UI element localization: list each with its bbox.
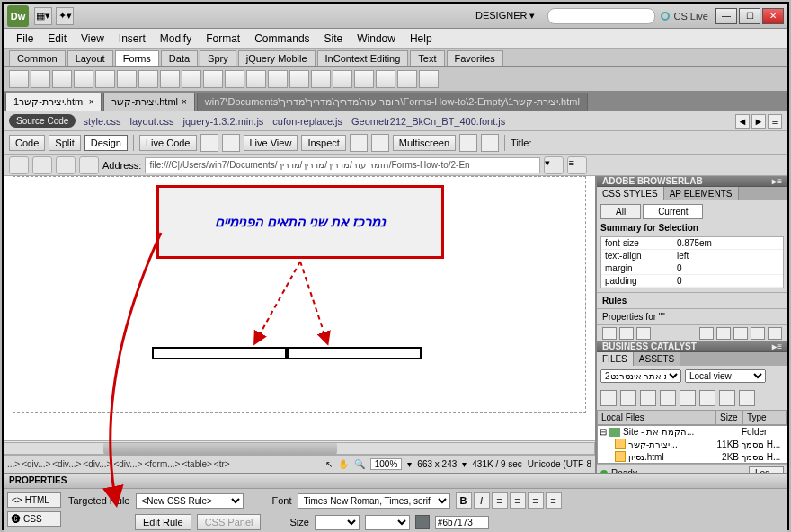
split-view-button[interactable]: Split [49, 135, 80, 151]
col-type[interactable]: Type [743, 411, 787, 424]
table-cell[interactable] [287, 347, 422, 359]
zoom-icon[interactable]: 🔍 [354, 459, 365, 469]
insert-tool-icon[interactable] [246, 70, 266, 88]
next-icon[interactable]: ► [751, 114, 766, 129]
bold-button[interactable]: B [456, 492, 472, 509]
insert-tab-incontext-editing[interactable]: InContext Editing [317, 50, 409, 66]
insert-tool-icon[interactable] [52, 70, 72, 88]
css-prop-row[interactable]: padding0 [601, 275, 783, 288]
refresh-icon[interactable] [620, 390, 636, 406]
site-dropdown[interactable]: ת אתר אינטרנט2 [600, 369, 681, 383]
code-view-button[interactable]: Code [9, 135, 45, 151]
file-row[interactable]: יצירת-קשר...11KBמסמך H... [598, 438, 787, 450]
tool-icon[interactable] [200, 134, 218, 152]
tab-ap-elements[interactable]: AP ELEMENTS [664, 187, 739, 200]
tag-selector-item[interactable]: <form...> [144, 459, 180, 469]
checkout-icon[interactable] [680, 390, 696, 406]
prev-icon[interactable]: ◄ [735, 114, 750, 129]
insert-tool-icon[interactable] [160, 70, 180, 88]
menu-format[interactable]: Format [199, 32, 247, 45]
minimize-button[interactable]: — [715, 8, 737, 24]
menu-site[interactable]: Site [317, 32, 351, 45]
html-mode-button[interactable]: <> HTML [7, 492, 61, 508]
disable-icon[interactable] [751, 327, 765, 340]
panel-business-catalyst[interactable]: BUSINESS CATALYST▸≡ [597, 341, 787, 352]
extend-icon[interactable]: ✦▾ [56, 7, 74, 25]
refresh-button[interactable] [56, 156, 76, 174]
tool-icon[interactable] [350, 134, 368, 152]
color-swatch[interactable] [415, 515, 430, 529]
live-view-button[interactable]: Live View [244, 135, 298, 151]
insert-tool-icon[interactable] [225, 70, 244, 88]
layout-switcher-icon[interactable]: ▦▾ [34, 7, 52, 25]
file-row[interactable]: נסיון.html2KBמסמך H... [598, 450, 787, 463]
design-view-button[interactable]: Design [84, 135, 128, 151]
tool-icon[interactable] [459, 134, 477, 152]
horizontal-scrollbar[interactable] [4, 440, 595, 455]
menu-help[interactable]: Help [403, 32, 440, 45]
italic-button[interactable]: I [474, 492, 490, 509]
insert-tool-icon[interactable] [182, 70, 201, 88]
get-icon[interactable] [640, 390, 656, 406]
doc-tab-active[interactable]: יצירת-קשר1.html× [5, 93, 102, 111]
hand-icon[interactable]: ✋ [338, 459, 349, 469]
tag-selector-item[interactable]: <div...> [22, 459, 50, 469]
insert-tool-icon[interactable] [289, 70, 309, 88]
css-prop-row[interactable]: margin0 [601, 262, 783, 275]
menu-file[interactable]: File [9, 32, 40, 45]
tab-files[interactable]: FILES [597, 352, 634, 366]
view-dropdown[interactable]: Local view [685, 369, 766, 383]
insert-tab-spry[interactable]: Spry [200, 50, 236, 66]
tag-selector-item[interactable]: <tr> [214, 459, 230, 469]
set-view-icon[interactable] [636, 327, 651, 340]
category-view-icon[interactable] [602, 327, 617, 340]
insert-tab-data[interactable]: Data [161, 50, 198, 66]
menu-insert[interactable]: Insert [111, 32, 153, 45]
list-icon[interactable]: ≡ [768, 114, 782, 129]
checkin-icon[interactable] [699, 390, 715, 406]
cslive-button[interactable]: CS Live [661, 11, 708, 22]
css-mode-button[interactable]: 🅒 CSS [7, 511, 61, 527]
expand-icon[interactable] [739, 390, 755, 406]
insert-tool-icon[interactable] [95, 70, 115, 88]
tag-selector-item[interactable]: ...> [7, 459, 20, 469]
insert-tool-icon[interactable] [268, 70, 288, 88]
close-button[interactable]: ✕ [762, 8, 784, 24]
related-file[interactable]: jquery-1.3.2.min.js [182, 116, 263, 127]
related-file[interactable]: layout.css [130, 116, 174, 127]
close-icon[interactable]: × [89, 97, 94, 107]
multiscreen-button[interactable]: Multiscreen [393, 135, 456, 151]
search-input[interactable] [547, 8, 655, 24]
tab-css-styles[interactable]: CSS STYLES [597, 187, 664, 200]
css-prop-row[interactable]: font-size0.875em [601, 237, 783, 250]
menu-modify[interactable]: Modify [153, 32, 199, 45]
insert-tool-icon[interactable] [333, 70, 352, 88]
insert-tab-favorites[interactable]: Favorites [447, 50, 503, 66]
log-button[interactable]: Log... [749, 466, 784, 473]
go-button[interactable]: ▾ [544, 156, 564, 174]
source-code-button[interactable]: Source Code [9, 114, 76, 128]
related-file[interactable]: cufon-replace.js [272, 116, 342, 127]
forward-button[interactable] [32, 156, 52, 174]
align-justify-icon[interactable]: ≡ [546, 492, 562, 509]
menu-window[interactable]: Window [350, 32, 403, 45]
related-file[interactable]: Geometr212_BkCn_BT_400.font.js [351, 116, 505, 127]
align-right-icon[interactable]: ≡ [528, 492, 544, 509]
live-code-button[interactable]: Live Code [139, 135, 197, 151]
insert-tool-icon[interactable] [376, 70, 396, 88]
insert-tool-icon[interactable] [354, 70, 374, 88]
font-select[interactable]: Times New Roman, Times, serif [298, 493, 450, 509]
css-properties-list[interactable]: font-size0.875emtext-alignleftmargin0pad… [600, 236, 784, 288]
insert-tool-icon[interactable] [74, 70, 93, 88]
maximize-button[interactable]: ☐ [739, 8, 760, 24]
insert-tool-icon[interactable] [117, 70, 137, 88]
css-prop-row[interactable]: text-alignleft [601, 250, 783, 262]
insert-tab-forms[interactable]: Forms [115, 50, 159, 66]
workspace-switcher[interactable]: DESIGNER ▾ [468, 8, 543, 23]
connect-icon[interactable] [600, 390, 617, 406]
insert-tab-layout[interactable]: Layout [67, 50, 113, 66]
table-cell[interactable] [152, 347, 287, 359]
tool-icon[interactable] [481, 134, 499, 152]
trash-icon[interactable] [768, 327, 782, 340]
address-input[interactable] [145, 157, 540, 173]
